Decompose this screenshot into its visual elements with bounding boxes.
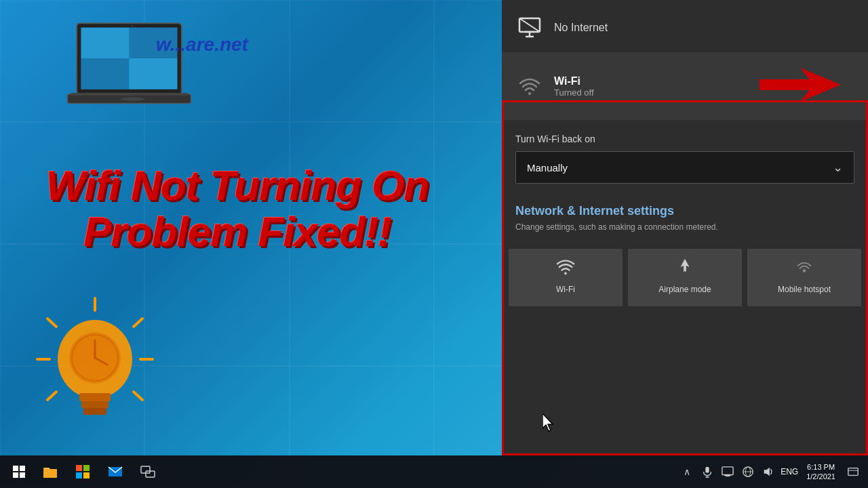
svg-rect-2 (81, 27, 130, 58)
tray-chevron[interactable]: ∧ (679, 464, 695, 480)
wifi-info: Wi-Fi Turned off (554, 75, 749, 98)
title-line1: Wifi Not Turning On (14, 163, 461, 209)
chevron-down-icon: ⌄ (833, 160, 843, 175)
airplane-tile-label: Airplane mode (658, 285, 711, 294)
wifi-status: Turned off (554, 87, 749, 98)
airplane-quick-icon (675, 257, 694, 279)
svg-rect-43 (76, 472, 82, 479)
svg-line-16 (134, 392, 142, 400)
quick-tile-airplane[interactable]: Airplane mode (628, 249, 742, 306)
taskbar-store[interactable] (68, 457, 98, 487)
svg-rect-39 (20, 472, 25, 478)
svg-rect-37 (20, 466, 25, 471)
network-panel: No Internet Wi-Fi Turned off (502, 0, 868, 455)
tray-date: 1/2/2021 (806, 472, 835, 481)
svg-point-9 (131, 24, 134, 27)
hotspot-tile-label: Mobile hotspot (778, 285, 831, 294)
taskbar-task-view[interactable] (133, 457, 163, 487)
tray-display-icon[interactable] (719, 464, 736, 480)
turn-on-label: Turn Wi-Fi back on (515, 134, 854, 144)
notification-center-icon[interactable] (844, 462, 863, 481)
svg-rect-38 (13, 472, 18, 478)
svg-line-11 (47, 319, 56, 327)
tray-time: 6:13 PM (807, 462, 835, 472)
hotspot-quick-icon (795, 257, 814, 279)
svg-rect-5 (129, 58, 177, 89)
wifi-section[interactable]: Wi-Fi Turned off (502, 52, 868, 120)
network-status-icon (515, 14, 544, 42)
quick-tile-hotspot[interactable]: Mobile hotspot (747, 249, 861, 306)
svg-rect-48 (705, 467, 709, 473)
website-url: w...are.net (156, 34, 248, 56)
lightbulb-icon (34, 291, 156, 441)
svg-point-30 (528, 92, 531, 95)
svg-rect-32 (760, 79, 814, 90)
taskbar-pinned-items (35, 457, 163, 487)
svg-point-7 (120, 97, 144, 100)
red-arrow-icon (760, 64, 841, 108)
turn-wifi-section: Turn Wi-Fi back on Manually ⌄ (502, 120, 868, 190)
wifi-schedule-dropdown[interactable]: Manually ⌄ (515, 151, 854, 184)
tray-clock[interactable]: 6:13 PM 1/2/2021 (802, 462, 840, 482)
quick-actions-bar: Wi-Fi Airplane mode (502, 242, 868, 313)
wifi-icon (515, 72, 544, 100)
network-settings-description: Change settings, such as making a connec… (515, 222, 854, 232)
svg-rect-4 (81, 58, 130, 89)
svg-point-34 (803, 269, 806, 272)
svg-rect-8 (71, 93, 188, 96)
tray-volume-icon[interactable] (760, 464, 776, 480)
svg-line-12 (134, 319, 142, 327)
svg-point-33 (564, 272, 567, 274)
svg-rect-57 (848, 468, 858, 476)
svg-rect-44 (83, 472, 90, 479)
svg-rect-23 (81, 401, 108, 408)
quick-tile-wifi[interactable]: Wi-Fi (509, 249, 623, 306)
tray-language[interactable]: ENG (781, 467, 798, 476)
laptop-image (7, 7, 258, 125)
svg-line-26 (519, 18, 540, 32)
wifi-tile-label: Wi-Fi (556, 285, 575, 294)
no-internet-text: No Internet (554, 22, 608, 34)
tray-globe-icon[interactable] (740, 464, 756, 480)
taskbar-file-explorer[interactable] (35, 457, 65, 487)
network-settings-title[interactable]: Network & Internet settings (515, 204, 854, 218)
taskbar: ∧ (0, 455, 868, 488)
svg-line-15 (47, 392, 56, 400)
start-button[interactable] (5, 458, 33, 485)
tray-mic-icon[interactable] (699, 464, 715, 480)
wifi-quick-icon (556, 257, 575, 279)
no-internet-header: No Internet (502, 0, 868, 52)
svg-rect-42 (83, 465, 90, 471)
svg-rect-36 (13, 466, 18, 471)
svg-rect-22 (79, 393, 111, 401)
dropdown-value: Manually (527, 162, 568, 174)
taskbar-mail[interactable] (100, 457, 130, 487)
network-settings-section: Network & Internet settings Change setti… (502, 190, 868, 242)
main-title: Wifi Not Turning On Problem Fixed!! (14, 163, 461, 255)
svg-rect-51 (722, 467, 733, 475)
svg-rect-40 (43, 469, 57, 478)
system-tray: ∧ (679, 462, 868, 482)
svg-rect-24 (83, 408, 106, 415)
desktop: w...are.net Wifi Not Turning On Problem … (0, 0, 868, 488)
title-line2: Problem Fixed!! (14, 209, 461, 255)
svg-rect-41 (76, 465, 82, 471)
wifi-name: Wi-Fi (554, 75, 749, 87)
